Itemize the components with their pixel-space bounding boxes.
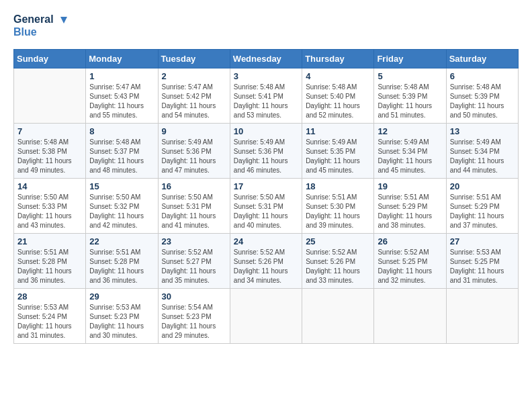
calendar-cell: 1Sunrise: 5:47 AMSunset: 5:43 PMDaylight… <box>86 68 158 124</box>
day-number: 23 <box>162 236 226 246</box>
calendar-cell: 16Sunrise: 5:50 AMSunset: 5:31 PMDayligh… <box>158 179 230 234</box>
day-number: 11 <box>306 126 370 136</box>
day-number: 1 <box>89 71 154 81</box>
day-number: 24 <box>234 236 298 246</box>
svg-marker-0 <box>60 17 67 24</box>
calendar-cell <box>374 289 446 344</box>
calendar-header-row: SundayMondayTuesdayWednesdayThursdayFrid… <box>14 50 519 68</box>
day-info: Sunrise: 5:52 AMSunset: 5:27 PMDaylight:… <box>162 248 226 285</box>
logo: General Blue <box>13 13 70 38</box>
calendar-cell: 14Sunrise: 5:50 AMSunset: 5:33 PMDayligh… <box>14 179 86 234</box>
calendar-cell: 23Sunrise: 5:52 AMSunset: 5:27 PMDayligh… <box>158 234 230 289</box>
day-info: Sunrise: 5:49 AMSunset: 5:36 PMDaylight:… <box>162 138 226 175</box>
day-info: Sunrise: 5:50 AMSunset: 5:33 PMDaylight:… <box>17 193 82 230</box>
weekday-header: Sunday <box>14 50 86 68</box>
calendar-cell: 9Sunrise: 5:49 AMSunset: 5:36 PMDaylight… <box>158 124 230 179</box>
day-number: 5 <box>378 71 442 81</box>
day-info: Sunrise: 5:48 AMSunset: 5:38 PMDaylight:… <box>17 138 82 175</box>
day-number: 26 <box>378 236 442 246</box>
day-info: Sunrise: 5:54 AMSunset: 5:23 PMDaylight:… <box>162 303 226 340</box>
calendar-cell <box>446 289 518 344</box>
weekday-header: Saturday <box>446 50 518 68</box>
weekday-header: Tuesday <box>158 50 230 68</box>
calendar-cell: 24Sunrise: 5:52 AMSunset: 5:26 PMDayligh… <box>230 234 302 289</box>
day-info: Sunrise: 5:49 AMSunset: 5:35 PMDaylight:… <box>306 138 370 175</box>
day-info: Sunrise: 5:50 AMSunset: 5:31 PMDaylight:… <box>234 193 298 230</box>
day-number: 10 <box>234 126 298 136</box>
calendar-cell: 8Sunrise: 5:48 AMSunset: 5:37 PMDaylight… <box>86 124 158 179</box>
calendar-week-row: 21Sunrise: 5:51 AMSunset: 5:28 PMDayligh… <box>14 234 519 289</box>
calendar-cell: 3Sunrise: 5:48 AMSunset: 5:41 PMDaylight… <box>230 68 302 124</box>
calendar-cell: 17Sunrise: 5:50 AMSunset: 5:31 PMDayligh… <box>230 179 302 234</box>
day-info: Sunrise: 5:48 AMSunset: 5:37 PMDaylight:… <box>89 138 154 175</box>
day-number: 7 <box>17 126 82 136</box>
calendar-cell: 5Sunrise: 5:48 AMSunset: 5:39 PMDaylight… <box>374 68 446 124</box>
calendar-cell: 6Sunrise: 5:48 AMSunset: 5:39 PMDaylight… <box>446 68 518 124</box>
day-info: Sunrise: 5:51 AMSunset: 5:28 PMDaylight:… <box>17 248 82 285</box>
calendar-cell <box>14 68 86 124</box>
day-number: 6 <box>450 71 515 81</box>
day-number: 19 <box>378 181 442 191</box>
day-number: 29 <box>89 291 154 302</box>
calendar-cell: 10Sunrise: 5:49 AMSunset: 5:36 PMDayligh… <box>230 124 302 179</box>
page-header: General Blue <box>13 13 519 38</box>
calendar-week-row: 28Sunrise: 5:53 AMSunset: 5:24 PMDayligh… <box>14 289 519 344</box>
day-number: 30 <box>162 291 226 302</box>
day-number: 4 <box>306 71 370 81</box>
calendar-cell: 15Sunrise: 5:50 AMSunset: 5:32 PMDayligh… <box>86 179 158 234</box>
calendar-cell: 30Sunrise: 5:54 AMSunset: 5:23 PMDayligh… <box>158 289 230 344</box>
day-info: Sunrise: 5:51 AMSunset: 5:30 PMDaylight:… <box>306 193 370 230</box>
day-number: 3 <box>234 71 298 81</box>
calendar-cell <box>230 289 302 344</box>
day-number: 16 <box>162 181 226 191</box>
calendar-cell: 12Sunrise: 5:49 AMSunset: 5:34 PMDayligh… <box>374 124 446 179</box>
calendar-cell: 11Sunrise: 5:49 AMSunset: 5:35 PMDayligh… <box>302 124 374 179</box>
calendar-cell: 27Sunrise: 5:53 AMSunset: 5:25 PMDayligh… <box>446 234 518 289</box>
day-info: Sunrise: 5:53 AMSunset: 5:23 PMDaylight:… <box>89 303 154 340</box>
logo-chevron-icon <box>58 14 70 26</box>
day-number: 2 <box>162 71 226 81</box>
day-number: 25 <box>306 236 370 246</box>
day-number: 12 <box>378 126 442 136</box>
day-number: 27 <box>450 236 515 246</box>
weekday-header: Monday <box>86 50 158 68</box>
day-info: Sunrise: 5:49 AMSunset: 5:34 PMDaylight:… <box>378 138 442 175</box>
day-number: 22 <box>89 236 154 246</box>
calendar-cell: 29Sunrise: 5:53 AMSunset: 5:23 PMDayligh… <box>86 289 158 344</box>
calendar-week-row: 7Sunrise: 5:48 AMSunset: 5:38 PMDaylight… <box>14 124 519 179</box>
day-info: Sunrise: 5:47 AMSunset: 5:42 PMDaylight:… <box>162 83 226 120</box>
day-info: Sunrise: 5:48 AMSunset: 5:40 PMDaylight:… <box>306 83 370 120</box>
day-number: 15 <box>89 181 154 191</box>
day-number: 18 <box>306 181 370 191</box>
calendar-week-row: 14Sunrise: 5:50 AMSunset: 5:33 PMDayligh… <box>14 179 519 234</box>
logo-text: General Blue <box>13 13 70 38</box>
day-info: Sunrise: 5:53 AMSunset: 5:25 PMDaylight:… <box>450 248 515 285</box>
day-info: Sunrise: 5:51 AMSunset: 5:29 PMDaylight:… <box>378 193 442 230</box>
day-number: 20 <box>450 181 515 191</box>
day-info: Sunrise: 5:50 AMSunset: 5:31 PMDaylight:… <box>162 193 226 230</box>
calendar-cell: 26Sunrise: 5:52 AMSunset: 5:25 PMDayligh… <box>374 234 446 289</box>
day-info: Sunrise: 5:51 AMSunset: 5:29 PMDaylight:… <box>450 193 515 230</box>
day-info: Sunrise: 5:48 AMSunset: 5:39 PMDaylight:… <box>378 83 442 120</box>
day-number: 17 <box>234 181 298 191</box>
weekday-header: Thursday <box>302 50 374 68</box>
calendar-table: SundayMondayTuesdayWednesdayThursdayFrid… <box>13 49 519 344</box>
day-number: 21 <box>17 236 82 246</box>
calendar-week-row: 1Sunrise: 5:47 AMSunset: 5:43 PMDaylight… <box>14 68 519 124</box>
calendar-cell: 13Sunrise: 5:49 AMSunset: 5:34 PMDayligh… <box>446 124 518 179</box>
calendar-cell: 18Sunrise: 5:51 AMSunset: 5:30 PMDayligh… <box>302 179 374 234</box>
day-number: 28 <box>17 291 82 302</box>
weekday-header: Friday <box>374 50 446 68</box>
calendar-cell: 25Sunrise: 5:52 AMSunset: 5:26 PMDayligh… <box>302 234 374 289</box>
day-info: Sunrise: 5:51 AMSunset: 5:28 PMDaylight:… <box>89 248 154 285</box>
day-info: Sunrise: 5:53 AMSunset: 5:24 PMDaylight:… <box>17 303 82 340</box>
day-info: Sunrise: 5:52 AMSunset: 5:26 PMDaylight:… <box>234 248 298 285</box>
calendar-cell <box>302 289 374 344</box>
day-info: Sunrise: 5:48 AMSunset: 5:39 PMDaylight:… <box>450 83 515 120</box>
day-number: 14 <box>17 181 82 191</box>
calendar-cell: 28Sunrise: 5:53 AMSunset: 5:24 PMDayligh… <box>14 289 86 344</box>
calendar-cell: 21Sunrise: 5:51 AMSunset: 5:28 PMDayligh… <box>14 234 86 289</box>
calendar-cell: 22Sunrise: 5:51 AMSunset: 5:28 PMDayligh… <box>86 234 158 289</box>
calendar-cell: 4Sunrise: 5:48 AMSunset: 5:40 PMDaylight… <box>302 68 374 124</box>
day-info: Sunrise: 5:49 AMSunset: 5:34 PMDaylight:… <box>450 138 515 175</box>
